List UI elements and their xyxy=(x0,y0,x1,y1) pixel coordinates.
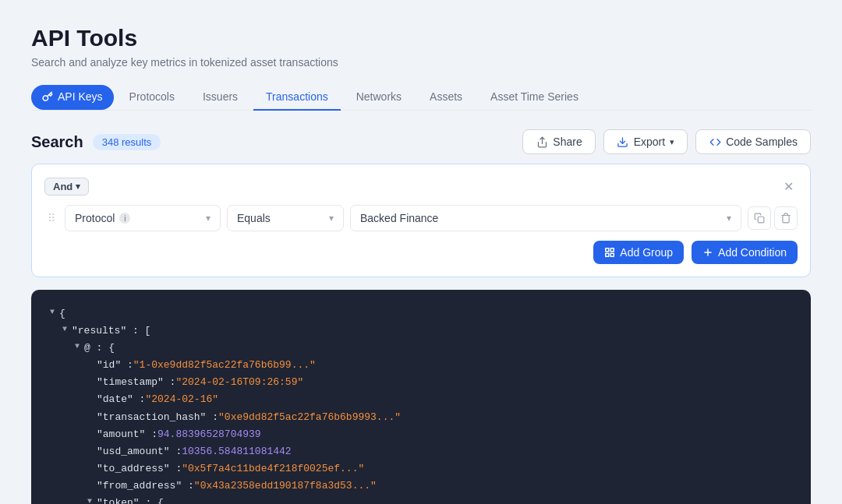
code-line: "date" : "2024-02-16" xyxy=(50,391,792,408)
results-badge: 348 results xyxy=(93,134,161,150)
code-samples-label: Code Samples xyxy=(726,136,798,148)
share-icon xyxy=(536,136,548,148)
filter-close-button[interactable]: ✕ xyxy=(779,177,798,196)
svg-rect-5 xyxy=(610,253,614,256)
search-header: Search 348 results Share xyxy=(31,129,811,154)
add-condition-button[interactable]: Add Condition xyxy=(692,241,798,264)
nav-tabs: API Keys Protocols Issuers Transactions … xyxy=(31,84,811,111)
share-label: Share xyxy=(553,136,582,148)
svg-rect-6 xyxy=(606,253,609,256)
value-label: Backed Finance xyxy=(360,212,438,224)
search-left: Search 348 results xyxy=(31,133,161,151)
code-line: "id" : "1-0xe9dd82f5ac22fa76b6b99..." xyxy=(50,357,792,374)
operator-select[interactable]: Equals ▾ xyxy=(227,205,344,231)
copy-icon xyxy=(754,213,765,224)
value-chevron-icon: ▾ xyxy=(727,213,731,224)
search-actions: Share Export ▾ xyxy=(522,129,811,154)
tab-transactions-label: Transactions xyxy=(266,90,328,103)
share-button[interactable]: Share xyxy=(522,129,595,154)
tab-asset-time-series[interactable]: Asset Time Series xyxy=(478,84,591,111)
tab-api-keys[interactable]: API Keys xyxy=(31,85,114,110)
code-panel: ▼ { ▼ "results" : [ ▼ @ : { "id" : "1-0x… xyxy=(31,290,811,504)
search-title: Search xyxy=(31,133,83,151)
export-icon xyxy=(617,136,629,148)
info-icon: i xyxy=(119,213,130,224)
code-line: ▼ "token" : { xyxy=(50,495,792,504)
tab-issuers[interactable]: Issuers xyxy=(190,84,250,111)
tab-issuers-label: Issuers xyxy=(203,90,238,103)
tab-assets-label: Assets xyxy=(430,90,462,103)
code-line: "from_address" : "0x43a2358edd190187f8a3… xyxy=(50,478,792,495)
field-select-inner: Protocol i xyxy=(75,212,130,224)
delete-condition-button[interactable] xyxy=(774,206,798,230)
and-operator-badge[interactable]: And ▾ xyxy=(44,178,89,196)
export-label: Export xyxy=(634,136,665,148)
field-select[interactable]: Protocol i ▾ xyxy=(65,205,221,231)
tab-protocols-label: Protocols xyxy=(129,90,175,103)
tab-assets[interactable]: Assets xyxy=(417,84,475,111)
token-collapse-icon[interactable]: ▼ xyxy=(87,495,97,504)
operator-chevron-icon: ▾ xyxy=(329,213,334,224)
tab-transactions[interactable]: Transactions xyxy=(253,84,341,111)
code-samples-button[interactable]: Code Samples xyxy=(695,129,811,154)
field-label: Protocol xyxy=(75,212,115,224)
row-actions xyxy=(748,206,798,230)
code-icon xyxy=(709,136,721,148)
drag-handle-icon[interactable]: ⠿ xyxy=(44,209,58,227)
operator-label: Equals xyxy=(237,212,271,224)
tab-api-keys-label: API Keys xyxy=(58,90,103,103)
field-chevron-icon: ▾ xyxy=(206,213,210,224)
code-line: "to_address" : "0x5f7a4c11bde4f218f0025e… xyxy=(50,460,792,478)
key-icon xyxy=(42,91,53,102)
filter-bottom-row: Add Group Add Condition xyxy=(44,241,798,264)
plus-icon xyxy=(702,247,713,258)
trash-icon xyxy=(780,213,791,224)
page-subtitle: Search and analyze key metrics in tokeni… xyxy=(31,56,811,69)
collapse-icon[interactable]: ▼ xyxy=(50,305,59,319)
duplicate-button[interactable] xyxy=(748,206,771,230)
and-chevron-icon: ▾ xyxy=(76,182,80,192)
export-button[interactable]: Export ▾ xyxy=(603,129,688,154)
add-group-icon xyxy=(604,247,615,258)
collapse-icon[interactable]: ▼ xyxy=(62,322,72,336)
collapse-icon[interactable]: ▼ xyxy=(75,340,84,353)
tab-protocols[interactable]: Protocols xyxy=(117,84,187,111)
tab-asset-time-series-label: Asset Time Series xyxy=(490,90,578,103)
page-title: API Tools xyxy=(31,25,811,51)
code-line: "usd_amount" : 10356.584811081442 xyxy=(50,443,792,460)
tab-networks-label: Networks xyxy=(356,90,402,103)
code-line: "amount" : 94.88396528704939 xyxy=(50,426,792,443)
code-line: ▼ { xyxy=(50,305,792,322)
add-condition-label: Add Condition xyxy=(718,246,787,259)
code-line: "timestamp" : "2024-02-16T09:26:59" xyxy=(50,374,792,391)
tab-networks[interactable]: Networks xyxy=(344,84,414,111)
export-chevron-icon: ▾ xyxy=(670,137,674,147)
and-operator-label: And xyxy=(53,181,73,192)
add-group-label: Add Group xyxy=(620,246,673,259)
svg-rect-3 xyxy=(606,248,609,252)
add-group-button[interactable]: Add Group xyxy=(593,241,684,264)
code-line: ▼ @ : { xyxy=(50,340,792,357)
value-select[interactable]: Backed Finance ▾ xyxy=(350,205,741,231)
filter-box: And ▾ ✕ ⠿ Protocol i ▾ Equals ▾ B xyxy=(31,164,811,277)
svg-rect-4 xyxy=(610,248,614,252)
condition-row: ⠿ Protocol i ▾ Equals ▾ Backed Finance ▾ xyxy=(44,205,798,231)
filter-top-row: And ▾ ✕ xyxy=(44,177,798,196)
code-line: ▼ "results" : [ xyxy=(50,322,792,340)
svg-rect-2 xyxy=(758,217,764,223)
code-line: "transaction_hash" : "0xe9dd82f5ac22fa76… xyxy=(50,409,792,426)
